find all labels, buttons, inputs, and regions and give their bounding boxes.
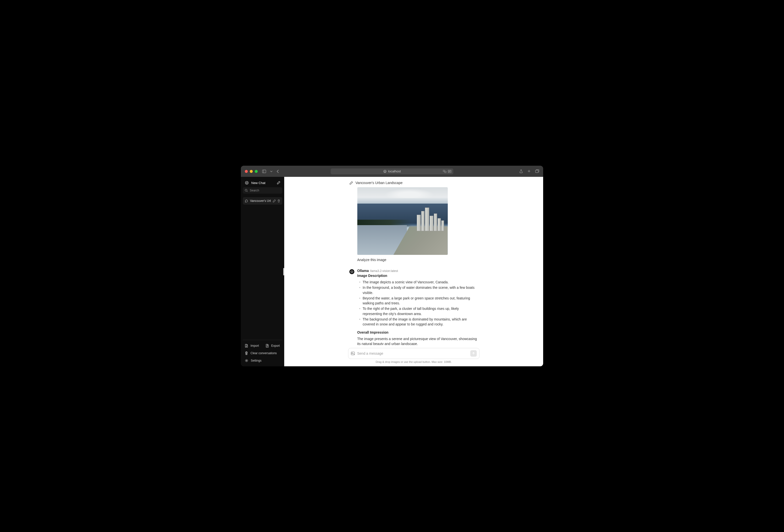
back-button-icon[interactable] xyxy=(277,170,279,173)
tabs-icon[interactable] xyxy=(535,169,539,173)
ollama-icon xyxy=(245,181,249,185)
new-tab-icon[interactable] xyxy=(527,169,531,173)
export-label: Export xyxy=(271,344,280,348)
svg-point-17 xyxy=(245,189,247,191)
import-label: Import xyxy=(251,344,259,348)
share-icon[interactable] xyxy=(520,169,523,173)
svg-point-14 xyxy=(245,181,248,184)
search-icon xyxy=(245,189,248,192)
chat-list-item[interactable]: Vancouver's Urban xyxy=(243,197,282,205)
svg-point-19 xyxy=(246,360,247,361)
new-chat-button[interactable]: New Chat xyxy=(243,179,282,187)
url-bar[interactable]: localhost xyxy=(331,169,453,174)
list-item: The background of the image is dominated… xyxy=(359,317,478,327)
assistant-avatar xyxy=(349,269,354,274)
list-item: Beyond the water, a large park or green … xyxy=(359,296,478,306)
svg-point-2 xyxy=(384,170,386,173)
list-item: In the foreground, a body of water domin… xyxy=(359,285,478,295)
svg-rect-13 xyxy=(535,170,538,173)
chat-bubble-icon xyxy=(245,199,248,203)
assistant-message: Ollama llama3.2-vision:latest Image Desc… xyxy=(349,269,478,345)
chat-title-row: Vancouver's Urban Landscape xyxy=(349,181,478,185)
message-input-box xyxy=(348,348,479,359)
svg-rect-5 xyxy=(443,170,445,172)
chat-item-title: Vancouver's Urban xyxy=(250,199,271,203)
svg-point-3 xyxy=(384,171,385,171)
traffic-lights xyxy=(245,170,258,173)
input-hint: Drag & drop images or use the upload but… xyxy=(284,360,543,365)
list-item: To the right of the park, a cluster of t… xyxy=(359,306,478,316)
trash-icon xyxy=(245,351,248,355)
settings-label: Settings xyxy=(251,359,261,362)
bullet-list: The image depicts a scenic view of Vanco… xyxy=(357,279,478,327)
gear-icon xyxy=(245,359,248,362)
app-body: New Chat Search Vancouver's Urban xyxy=(241,177,543,366)
svg-rect-0 xyxy=(262,170,266,173)
maximize-window-button[interactable] xyxy=(255,170,258,173)
assistant-model: llama3.2-vision:latest xyxy=(370,269,398,273)
import-button[interactable]: Import xyxy=(243,342,262,350)
svg-point-4 xyxy=(385,171,386,171)
titlebar: localhost xyxy=(241,166,543,177)
svg-rect-6 xyxy=(445,171,446,173)
url-text: localhost xyxy=(388,169,401,173)
section-heading: Image Description xyxy=(357,274,478,278)
sidebar-toggle-icon[interactable] xyxy=(262,170,266,173)
settings-button[interactable]: Settings xyxy=(243,357,282,364)
assistant-name: Ollama xyxy=(357,269,369,273)
close-window-button[interactable] xyxy=(245,170,248,173)
export-icon xyxy=(265,344,269,348)
site-icon xyxy=(383,170,387,173)
search-input[interactable]: Search xyxy=(243,187,282,194)
compose-icon[interactable] xyxy=(277,181,280,184)
delete-chat-icon[interactable] xyxy=(277,199,280,202)
uploaded-image xyxy=(357,187,448,255)
send-button[interactable] xyxy=(470,350,477,357)
clear-label: Clear conversations xyxy=(251,351,277,355)
edit-chat-icon[interactable] xyxy=(273,199,276,202)
clear-conversations-button[interactable]: Clear conversations xyxy=(243,350,282,357)
image-upload-icon[interactable] xyxy=(351,352,355,355)
sidebar: New Chat Search Vancouver's Urban xyxy=(241,177,284,366)
section-heading: Overall Impression xyxy=(357,330,478,334)
list-item: The image depicts a scenic view of Vanco… xyxy=(359,279,478,285)
sidebar-resize-handle[interactable] xyxy=(283,268,284,275)
user-prompt: Analyze this image xyxy=(357,258,478,262)
translate-icon[interactable] xyxy=(443,170,447,173)
search-placeholder: Search xyxy=(250,189,259,192)
edit-title-icon[interactable] xyxy=(349,181,353,185)
chevron-down-icon[interactable] xyxy=(270,171,273,172)
chat-title: Vancouver's Urban Landscape xyxy=(356,181,403,185)
input-area: Drag & drop images or use the upload but… xyxy=(284,345,543,366)
browser-window: localhost xyxy=(241,166,543,366)
svg-line-18 xyxy=(247,191,248,192)
message-input[interactable] xyxy=(357,351,468,355)
main-content: Vancouver's Urban Landscape xyxy=(284,177,543,366)
import-icon xyxy=(245,344,248,348)
reader-icon[interactable] xyxy=(448,170,451,173)
new-chat-label: New Chat xyxy=(251,181,265,185)
export-button[interactable]: Export xyxy=(264,342,282,350)
paragraph: The image presents a serene and pictures… xyxy=(357,336,478,345)
minimize-window-button[interactable] xyxy=(250,170,253,173)
chat-scroll-area[interactable]: Vancouver's Urban Landscape xyxy=(284,177,543,345)
svg-point-21 xyxy=(351,271,352,271)
svg-point-20 xyxy=(351,270,353,273)
